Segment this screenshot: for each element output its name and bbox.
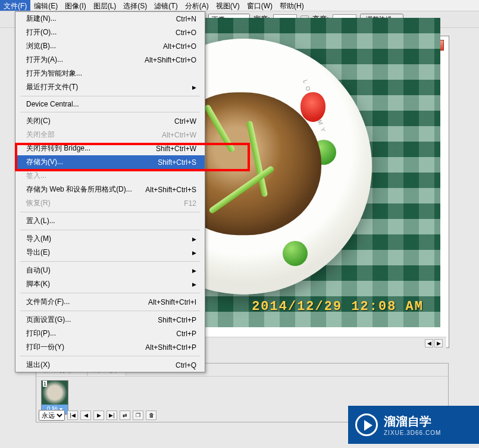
menu-separator [20,293,200,293]
menu-open[interactable]: 打开(O)...Ctrl+O [15,26,205,39]
play-icon [355,413,378,436]
green-ball-decoration [283,241,308,266]
menu-separator [20,96,200,96]
menu-separator [20,311,200,311]
file-menu-dropdown: 新建(N)...Ctrl+N 打开(O)...Ctrl+O 浏览(B)...Al… [15,11,205,372]
next-frame-icon[interactable]: ▶| [107,411,117,420]
animation-controls: 永远 |◀ ◀ ▶ ▶| ⇄ ❐ 🗑 [39,410,156,421]
strawberry-decoration [300,92,325,122]
menu-open-as[interactable]: 打开为(A)...Alt+Shift+Ctrl+O [15,53,205,67]
menu-exit[interactable]: 退出(X)Ctrl+Q [15,358,205,372]
menu-export[interactable]: 导出(E)▶ [15,246,205,259]
menu-separator [20,261,200,262]
menu-select[interactable]: 选择(S) [120,0,151,11]
menu-recent[interactable]: 最近打开文件(T)▶ [15,80,205,94]
photo-timestamp: 2014/12/29 12:08 AM [252,299,424,314]
watermark-title: 溜溜自学 [384,413,441,430]
first-frame-icon[interactable]: |◀ [67,411,78,420]
menu-open-smart[interactable]: 打开为智能对象... [15,67,205,80]
menu-print-one[interactable]: 打印一份(Y)Alt+Shift+Ctrl+P [15,340,205,354]
menu-place[interactable]: 置入(L)... [15,214,205,228]
menu-image[interactable]: 图像(I) [61,0,89,11]
menu-close[interactable]: 关闭(C)Ctrl+W [15,114,205,128]
menu-separator [20,356,200,356]
menu-save-as[interactable]: 存储为(V)...Shift+Ctrl+S [15,155,205,169]
menu-bar: 文件(F) 编辑(E) 图像(I) 图层(L) 选择(S) 滤镜(T) 分析(A… [0,0,479,11]
menu-page-setup[interactable]: 页面设置(G)...Shift+Ctrl+P [15,313,205,327]
watermark-logo: 溜溜自学 ZIXUE.3D66.COM [348,406,479,444]
prev-frame-icon[interactable]: ◀ [80,411,91,420]
menu-separator [20,212,200,212]
menu-check-in[interactable]: 签入... [15,169,205,183]
menu-scripts[interactable]: 脚本(K)▶ [15,277,205,291]
menu-separator [20,112,200,112]
frame-number: 1 [43,381,47,387]
menu-window[interactable]: 窗口(W) [243,0,276,11]
menu-filter[interactable]: 滤镜(T) [151,0,181,11]
menu-close-bridge[interactable]: 关闭并转到 Bridge...Shift+Ctrl+W [15,142,205,155]
menu-analysis[interactable]: 分析(A) [181,0,212,11]
menu-layer[interactable]: 图层(L) [90,0,120,11]
menu-device-central[interactable]: Device Central... [15,98,205,110]
play-icon[interactable]: ▶ [93,411,104,420]
menu-automate[interactable]: 自动(U)▶ [15,264,205,277]
scroll-right-icon[interactable]: ▶ [434,339,443,347]
watermark-subtitle: ZIXUE.3D66.COM [384,430,441,436]
menu-save-web[interactable]: 存储为 Web 和设备所用格式(D)...Alt+Shift+Ctrl+S [15,183,205,196]
menu-edit[interactable]: 编辑(E) [30,0,61,11]
menu-separator [20,230,200,230]
duplicate-frame-icon[interactable]: ❐ [133,411,143,420]
menu-print[interactable]: 打印(P)...Ctrl+P [15,327,205,340]
scroll-left-icon[interactable]: ◀ [425,339,433,347]
menu-new[interactable]: 新建(N)...Ctrl+N [15,12,205,26]
menu-file[interactable]: 文件(F) [0,0,30,11]
menu-import[interactable]: 导入(M)▶ [15,232,205,246]
menu-view[interactable]: 视图(V) [212,0,243,11]
loop-select[interactable]: 永远 [39,410,65,421]
delete-frame-icon[interactable]: 🗑 [146,411,156,420]
menu-file-info[interactable]: 文件简介(F)...Alt+Shift+Ctrl+I [15,295,205,309]
menu-help[interactable]: 帮助(H) [276,0,308,11]
scroll-nav: ◀ ▶ [425,339,446,347]
menu-revert[interactable]: 恢复(R)F12 [15,196,205,210]
menu-browse[interactable]: 浏览(B)...Alt+Ctrl+O [15,39,205,53]
tween-icon[interactable]: ⇄ [120,411,130,420]
menu-close-all[interactable]: 关闭全部Alt+Ctrl+W [15,128,205,142]
